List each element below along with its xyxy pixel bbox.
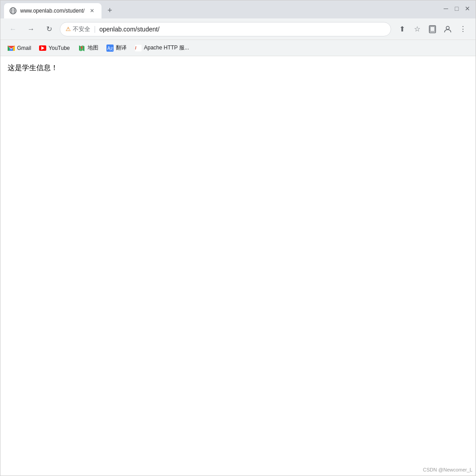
bookmark-maps-label: 地图 xyxy=(88,44,98,52)
bookmark-gmail-label: Gmail xyxy=(17,45,31,51)
bookmark-youtube[interactable]: YouTube xyxy=(35,43,73,53)
tab-favicon xyxy=(9,7,17,14)
apache-icon: / xyxy=(135,44,142,52)
minimize-button[interactable]: ─ xyxy=(441,4,450,13)
svg-point-7 xyxy=(446,26,450,29)
bookmark-gmail[interactable]: Gmail xyxy=(4,43,35,53)
url-display: openlab.com/student/ xyxy=(99,26,385,33)
security-warning-icon[interactable]: ⚠ 不安全 xyxy=(66,25,90,33)
profile-button[interactable] xyxy=(441,22,455,36)
address-separator: | xyxy=(94,25,96,33)
bookmark-apache[interactable]: / Apache HTTP 服... xyxy=(131,42,193,53)
tab-close-button[interactable]: ✕ xyxy=(88,7,96,15)
tablet-mode-button[interactable] xyxy=(425,22,440,36)
svg-point-9 xyxy=(81,46,83,48)
share-button[interactable]: ⬆ xyxy=(395,22,409,36)
browser-window: www.openlab.com/student/ ✕ + ─ □ ✕ ← → ↻… xyxy=(0,0,476,476)
bookmark-youtube-label: YouTube xyxy=(48,45,70,51)
new-tab-button[interactable]: + xyxy=(103,4,116,17)
toolbar: ← → ↻ ⚠ 不安全 | openlab.com/student/ ⬆ ☆ xyxy=(0,18,476,40)
svg-text:文: 文 xyxy=(110,47,114,51)
reload-button[interactable]: ↻ xyxy=(42,22,56,36)
bookmark-maps[interactable]: 地图 xyxy=(75,42,102,53)
svg-rect-6 xyxy=(430,27,435,31)
toolbar-actions: ⬆ ☆ ⋮ xyxy=(395,22,470,36)
tab-area: www.openlab.com/student/ ✕ + xyxy=(4,0,441,18)
youtube-icon xyxy=(39,45,46,51)
tablet-icon xyxy=(428,25,436,33)
maps-icon xyxy=(78,44,85,52)
forward-button[interactable]: → xyxy=(24,22,38,36)
bookmark-button[interactable]: ☆ xyxy=(410,22,424,36)
menu-button[interactable]: ⋮ xyxy=(456,22,470,36)
profile-icon xyxy=(444,25,452,33)
tab-title: www.openlab.com/student/ xyxy=(20,8,84,14)
gmail-icon xyxy=(8,44,15,52)
watermark: CSDN @Newcomer_L xyxy=(423,467,472,472)
title-bar: www.openlab.com/student/ ✕ + ─ □ ✕ xyxy=(0,0,476,18)
page-main-text: 这是学生信息！ xyxy=(8,63,468,73)
bookmark-translate-label: 翻译 xyxy=(116,44,127,52)
page-content: 这是学生信息！ xyxy=(0,56,476,476)
youtube-play-icon xyxy=(41,46,44,50)
translate-icon: A 文 xyxy=(106,44,114,52)
bookmarks-bar: Gmail YouTube 地图 A 文 xyxy=(0,40,476,56)
active-tab[interactable]: www.openlab.com/student/ ✕ xyxy=(4,3,101,18)
bookmark-translate[interactable]: A 文 翻译 xyxy=(103,42,130,53)
bookmark-apache-label: Apache HTTP 服... xyxy=(144,44,189,52)
warning-triangle: ⚠ xyxy=(66,26,71,32)
maximize-button[interactable]: □ xyxy=(452,4,461,13)
security-text: 不安全 xyxy=(73,25,90,33)
window-controls: ─ □ ✕ xyxy=(441,4,472,13)
address-bar[interactable]: ⚠ 不安全 | openlab.com/student/ xyxy=(60,22,391,36)
close-button[interactable]: ✕ xyxy=(463,4,472,13)
back-button[interactable]: ← xyxy=(6,22,20,36)
